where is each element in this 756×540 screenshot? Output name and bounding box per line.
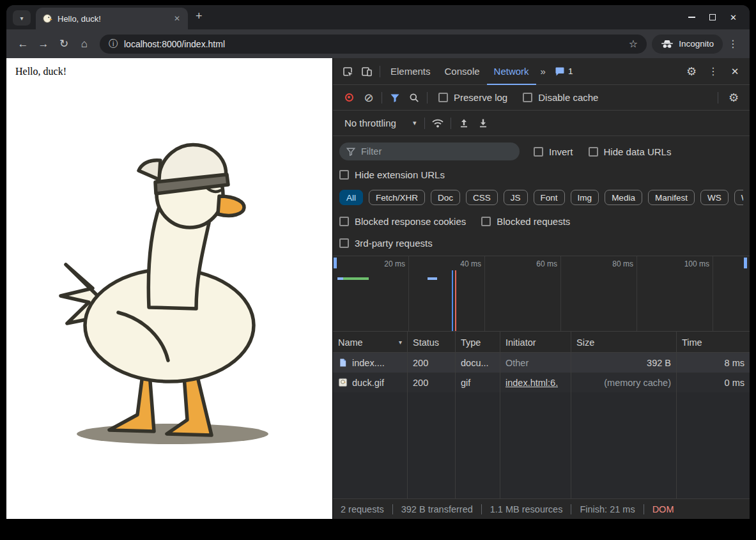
checkbox[interactable] (438, 93, 448, 102)
divider (481, 504, 482, 514)
maximize-icon[interactable] (709, 14, 716, 20)
checkbox[interactable] (339, 170, 349, 180)
tab-network[interactable]: Network (487, 58, 536, 85)
timeline-tick: 80 ms (612, 259, 633, 268)
chip-ws[interactable]: WS (700, 190, 729, 205)
network-overview-timeline[interactable]: 20 ms 40 ms 60 ms 80 ms 100 ms (333, 256, 750, 332)
hide-data-urls-checkbox[interactable]: Hide data URLs (589, 146, 672, 157)
request-size-cell: (memory cache) (571, 373, 677, 392)
divider (718, 92, 718, 104)
tab-close-icon[interactable]: ✕ (171, 14, 183, 23)
filter-funnel-small-icon (346, 147, 355, 156)
search-icon[interactable] (405, 88, 424, 107)
preserve-log-label: Preserve log (454, 92, 507, 103)
request-bar (337, 277, 343, 280)
request-time-cell: 0 ms (677, 373, 750, 392)
blocked-requests-checkbox[interactable]: Blocked requests (481, 216, 570, 227)
table-row[interactable]: duck.gif 200 gif index.html:6. (memory c… (333, 373, 750, 392)
devtools-menu-kebab-icon[interactable]: ⋮ (704, 62, 723, 81)
chip-fetch-xhr[interactable]: Fetch/XHR (369, 190, 425, 205)
timeline-left-handle[interactable] (334, 258, 337, 268)
forward-icon[interactable]: → (33, 34, 54, 54)
chevron-down-icon: ▾ (413, 119, 417, 127)
site-info-icon[interactable]: ⓘ (109, 38, 118, 50)
document-icon (338, 358, 348, 367)
filter-input[interactable]: Filter (339, 143, 520, 160)
incognito-label: Incognito (679, 39, 714, 49)
import-har-icon[interactable] (454, 114, 474, 133)
throttling-select[interactable]: No throttling ▾ (339, 118, 421, 128)
tab-console[interactable]: Console (438, 58, 487, 85)
hide-data-urls-label: Hide data URLs (604, 146, 672, 157)
filter-funnel-icon[interactable] (385, 88, 405, 107)
hide-extension-urls-checkbox[interactable]: Hide extension URLs (339, 169, 445, 180)
tab-elements[interactable]: Elements (383, 58, 438, 85)
disable-cache-checkbox[interactable]: Disable cache (523, 92, 598, 103)
inspect-element-icon[interactable] (338, 62, 357, 81)
devtools-panel: Elements Console Network » 1 ⚙ ⋮ ✕ (332, 58, 750, 519)
checkbox[interactable] (339, 238, 349, 248)
network-conditions-icon[interactable] (428, 114, 447, 133)
record-network-log-icon[interactable] (345, 93, 353, 102)
chip-doc[interactable]: Doc (431, 190, 460, 205)
header-initiator[interactable]: Initiator (500, 332, 571, 353)
checkbox[interactable] (481, 217, 491, 226)
invert-checkbox[interactable]: Invert (534, 146, 573, 157)
image-file-icon (338, 378, 348, 387)
devtools-settings-gear-icon[interactable]: ⚙ (682, 62, 701, 81)
timeline-column: 20 ms (333, 256, 409, 331)
header-name[interactable]: Name ▾ (333, 332, 408, 353)
timeline-right-handle[interactable] (744, 258, 747, 268)
back-icon[interactable]: ← (13, 34, 33, 54)
chip-wasm[interactable]: Wasm (734, 190, 743, 205)
clear-network-log-icon[interactable]: ⊘ (359, 88, 378, 107)
header-time[interactable]: Time (677, 332, 750, 353)
more-tabs-icon[interactable]: » (536, 66, 550, 77)
export-har-icon[interactable] (474, 114, 493, 133)
network-settings-gear-icon[interactable]: ⚙ (724, 88, 743, 107)
devtools-close-icon[interactable]: ✕ (725, 62, 744, 81)
chip-all[interactable]: All (339, 190, 363, 205)
blocked-response-cookies-checkbox[interactable]: Blocked response cookies (339, 216, 466, 227)
window-controls: ✕ (675, 5, 750, 29)
chip-img[interactable]: Img (571, 190, 599, 205)
home-icon[interactable]: ⌂ (74, 34, 95, 54)
header-status[interactable]: Status (408, 332, 456, 353)
duck-gif-image (42, 134, 297, 453)
table-row[interactable]: index.... 200 docu... Other 392 B 8 ms (333, 353, 750, 373)
empty-cell (571, 392, 677, 498)
request-name-cell[interactable]: index.... (333, 353, 408, 373)
issues-button[interactable]: 1 (550, 66, 578, 77)
bookmark-star-icon[interactable]: ☆ (629, 38, 638, 50)
checkbox[interactable] (534, 147, 543, 157)
third-party-requests-checkbox[interactable]: 3rd-party requests (339, 238, 433, 249)
empty-cell (408, 392, 456, 498)
header-type[interactable]: Type (456, 332, 500, 353)
device-toolbar-icon[interactable] (357, 62, 376, 81)
checkbox[interactable] (339, 217, 349, 226)
reload-icon[interactable]: ↻ (54, 34, 74, 54)
request-initiator-cell[interactable]: index.html:6. (500, 373, 571, 392)
preserve-log-checkbox[interactable]: Preserve log (438, 92, 507, 103)
chip-css[interactable]: CSS (466, 190, 498, 205)
chip-js[interactable]: JS (504, 190, 528, 205)
address-bar[interactable]: ⓘ localhost:8000/index.html ☆ (100, 35, 647, 54)
timeline-tick: 100 ms (684, 259, 709, 268)
chip-manifest[interactable]: Manifest (648, 190, 695, 205)
chip-font[interactable]: Font (534, 190, 565, 205)
divider (380, 66, 380, 77)
minimize-icon[interactable] (688, 17, 695, 18)
request-name-cell[interactable]: duck.gif (333, 373, 408, 392)
checkbox[interactable] (589, 147, 598, 157)
page-heading: Hello, duck! (15, 66, 66, 77)
new-tab-button[interactable]: + (196, 10, 203, 23)
browser-menu-kebab-icon[interactable]: ⋮ (728, 38, 738, 50)
window-close-icon[interactable]: ✕ (730, 13, 737, 22)
header-size[interactable]: Size (571, 332, 677, 353)
request-status-cell: 200 (408, 373, 456, 392)
tab-search-button[interactable]: ▾ (13, 10, 31, 26)
browser-tab[interactable]: Hello, duck! ✕ (36, 8, 188, 29)
chip-media[interactable]: Media (605, 190, 642, 205)
initiator-link[interactable]: index.html:6. (505, 378, 558, 388)
checkbox[interactable] (523, 93, 532, 102)
